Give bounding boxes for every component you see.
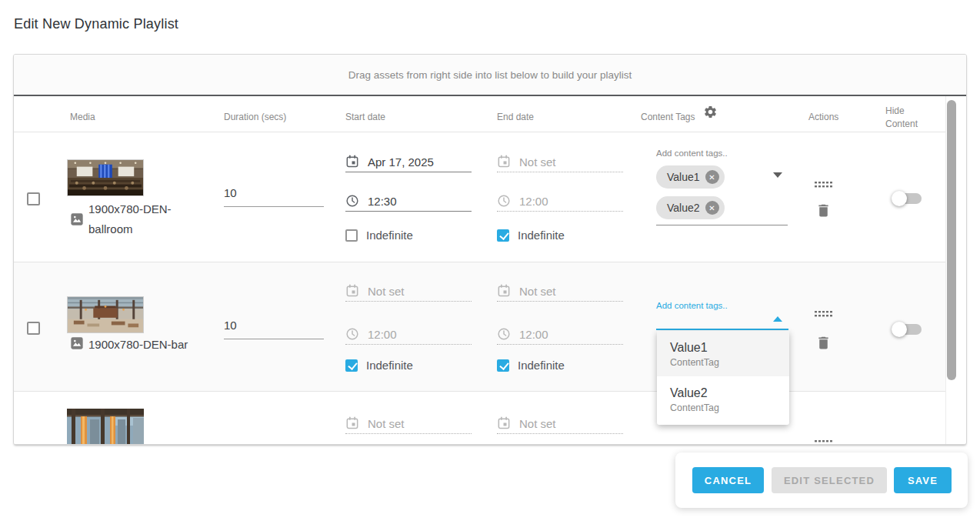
col-media: Media (70, 112, 95, 122)
vertical-scrollbar-thumb[interactable] (947, 100, 956, 380)
start-indefinite[interactable]: Indefinite (345, 229, 413, 242)
content-tags-placeholder[interactable]: Add content tags.. (656, 301, 728, 310)
content-tags-underline-focused (656, 329, 788, 330)
hide-content-toggle[interactable] (892, 322, 924, 337)
calendar-icon (345, 416, 359, 430)
image-type-icon (70, 336, 84, 350)
image-type-icon (70, 212, 84, 226)
end-time-field[interactable]: 12:00 (497, 191, 623, 212)
end-indefinite-checkbox[interactable] (497, 359, 509, 372)
start-date-field[interactable]: Not set (345, 413, 472, 434)
bar-thumbnail-art (68, 297, 143, 332)
end-date-field[interactable]: Not set (497, 152, 623, 172)
playlist-panel: Drag assets from right side into list be… (13, 54, 967, 445)
playlist-row-partial: Not set Not set (14, 392, 945, 444)
trash-icon[interactable] (815, 334, 832, 352)
start-date-field[interactable]: Apr 17, 2025 (345, 152, 472, 172)
start-indefinite[interactable]: Indefinite (345, 359, 413, 372)
dropdown-option-value2[interactable]: Value2 ContentTag (657, 376, 789, 422)
end-time-value: 12:00 (519, 195, 548, 208)
end-date-field[interactable]: Not set (497, 281, 623, 302)
remove-tag-icon[interactable] (705, 201, 719, 215)
calendar-icon (345, 284, 359, 298)
calendar-icon (497, 155, 511, 169)
end-indefinite-label: Indefinite (518, 359, 565, 372)
start-date-value: Not set (368, 285, 405, 298)
row-select-checkbox[interactable] (27, 322, 40, 335)
end-time-field[interactable]: 12:00 (497, 324, 623, 345)
col-start-date: Start date (345, 112, 385, 122)
drag-handle-icon[interactable] (815, 440, 833, 445)
toggle-knob (892, 322, 907, 337)
dropdown-option-type: ContentTag (670, 357, 782, 368)
table-header-row: Media Duration (secs) Start date End dat… (14, 96, 945, 132)
save-button[interactable]: SAVE (894, 467, 952, 493)
start-date-value: Apr 17, 2025 (368, 155, 434, 169)
ballroom-thumbnail-art (68, 160, 143, 195)
content-tag-chip-label: Value1 (667, 171, 700, 183)
content-tag-chip[interactable]: Value1 (656, 165, 725, 189)
media-thumbnail-patio[interactable] (67, 409, 144, 445)
chevron-down-icon[interactable] (773, 172, 782, 178)
toggle-knob (892, 191, 907, 206)
content-tags-placeholder: Add content tags.. (656, 149, 728, 158)
footer-action-bar: CANCEL EDIT SELECTED SAVE (675, 453, 968, 508)
media-name: 1900x780-DEN-ballroom (88, 199, 205, 239)
start-indefinite-label: Indefinite (366, 359, 413, 372)
col-hide-content: Hide Content (885, 105, 925, 131)
start-indefinite-checkbox[interactable] (345, 359, 358, 372)
start-time-field[interactable]: 12:00 (345, 324, 472, 345)
chevron-up-icon[interactable] (773, 316, 782, 322)
end-date-field[interactable]: Not set (497, 413, 623, 434)
remove-tag-icon[interactable] (705, 170, 719, 184)
content-tags-dropdown: Value1 ContentTag Value2 ContentTag (657, 331, 789, 425)
duration-value: 10 (224, 186, 237, 199)
drag-hint-banner: Drag assets from right side into list be… (14, 55, 966, 96)
end-indefinite[interactable]: Indefinite (497, 359, 565, 372)
col-duration: Duration (secs) (224, 112, 286, 122)
playlist-row-bar: 1900x780-DEN-bar 10 Not set 12:00 Indefi… (14, 262, 945, 392)
drag-handle-icon[interactable] (815, 182, 833, 188)
dropdown-option-value1[interactable]: Value1 ContentTag (657, 331, 789, 376)
end-indefinite-checkbox[interactable] (497, 229, 509, 242)
calendar-icon (345, 155, 359, 169)
calendar-icon (497, 416, 511, 430)
end-date-value: Not set (519, 285, 556, 298)
dropdown-option-label: Value1 (670, 341, 782, 355)
hide-content-toggle[interactable] (892, 191, 924, 206)
row-select-checkbox[interactable] (27, 192, 40, 205)
content-tags-settings-gear-icon[interactable] (703, 105, 718, 119)
duration-input[interactable]: 10 (224, 179, 324, 207)
col-content-tags: Content Tags (641, 112, 695, 122)
calendar-icon (497, 284, 511, 298)
duration-input[interactable]: 10 (224, 311, 324, 339)
drag-hint-text: Drag assets from right side into list be… (348, 69, 632, 81)
cancel-button[interactable]: CANCEL (692, 467, 764, 493)
start-time-value: 12:30 (368, 195, 397, 208)
duration-value: 10 (224, 319, 237, 332)
content-tag-chip[interactable]: Value2 (656, 196, 725, 219)
col-actions: Actions (808, 112, 838, 122)
media-thumbnail-ballroom[interactable] (67, 159, 144, 196)
dropdown-option-type: ContentTag (670, 402, 782, 413)
trash-icon[interactable] (815, 202, 832, 219)
col-end-date: End date (497, 112, 534, 122)
clock-icon (345, 194, 359, 208)
drag-handle-icon[interactable] (815, 311, 833, 317)
media-thumbnail-bar[interactable] (67, 296, 144, 333)
start-indefinite-label: Indefinite (366, 229, 413, 242)
start-indefinite-checkbox[interactable] (345, 229, 358, 242)
clock-icon (497, 194, 511, 208)
clock-icon (497, 327, 511, 341)
content-tag-chip-label: Value2 (667, 202, 700, 214)
patio-thumbnail-art (67, 409, 144, 445)
start-date-field[interactable]: Not set (345, 281, 472, 302)
clock-icon (345, 327, 359, 341)
start-date-value: Not set (368, 417, 405, 430)
playlist-row-ballroom: 1900x780-DEN-ballroom 10 Apr 17, 2025 12… (14, 132, 945, 262)
start-time-field[interactable]: 12:30 (345, 191, 472, 212)
start-time-value: 12:00 (368, 328, 397, 341)
edit-selected-button[interactable]: EDIT SELECTED (772, 467, 887, 493)
page-title: Edit New Dynamic Playlist (14, 16, 178, 32)
end-indefinite[interactable]: Indefinite (497, 229, 565, 242)
